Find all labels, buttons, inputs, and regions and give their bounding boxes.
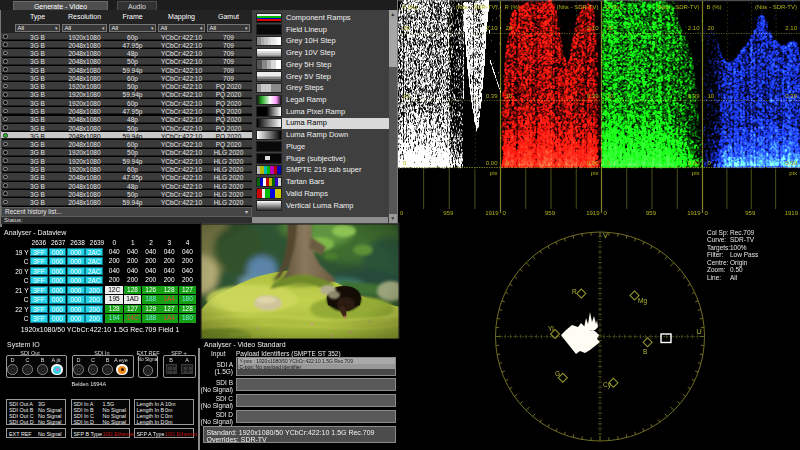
svg-text:Cy: Cy (603, 381, 612, 389)
svg-text:B: B (643, 348, 647, 355)
svg-text:Yl: Yl (548, 325, 554, 332)
svg-text:R: R (572, 288, 577, 295)
svg-text:Mg: Mg (638, 297, 647, 305)
svg-text:V: V (603, 232, 608, 239)
svg-text:U: U (697, 328, 702, 335)
svg-text:G: G (555, 370, 560, 377)
